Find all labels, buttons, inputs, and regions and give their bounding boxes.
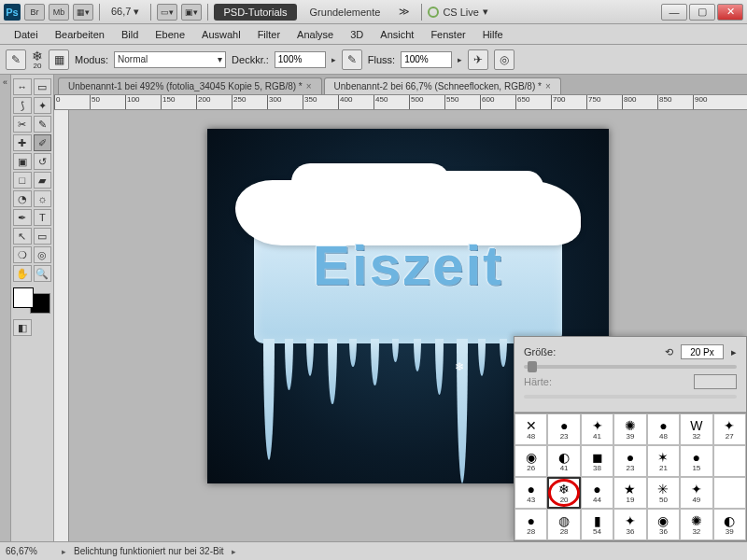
tablet-pressure-icon[interactable]: ◎ <box>494 49 514 70</box>
brush-preset-cell[interactable]: ✺32 <box>680 509 712 540</box>
brush-preset-cell[interactable]: ●23 <box>547 413 580 445</box>
workspace-tab[interactable]: Grundelemente <box>301 4 390 21</box>
eyedropper-tool[interactable]: ✎ <box>34 116 52 133</box>
brush-preset-cell[interactable]: ●43 <box>514 477 547 509</box>
close-icon[interactable]: × <box>545 81 551 91</box>
move-tool[interactable]: ↔ <box>13 78 32 95</box>
dodge-tool[interactable]: ☼ <box>34 190 52 207</box>
brush-preset-cell[interactable]: ●23 <box>613 445 646 477</box>
opacity-pressure-icon[interactable]: ✎ <box>342 49 362 70</box>
wand-tool[interactable]: ✦ <box>34 97 52 114</box>
workspace-tab-active[interactable]: PSD-Tutorials <box>214 4 296 21</box>
doc-tab-1[interactable]: Unbenannt-1 bei 492% (fotolia_34045 Kopi… <box>58 77 322 94</box>
zoom-display[interactable]: 66,7 ▾ <box>106 6 145 18</box>
color-swatch[interactable] <box>13 287 50 314</box>
brush-preset-cell[interactable]: ✕48 <box>514 413 547 445</box>
minibridge-button[interactable]: Mb <box>49 4 69 21</box>
flyout-icon[interactable]: ▸ <box>731 346 737 358</box>
brush-preset-cell[interactable]: ◼38 <box>581 445 613 477</box>
menu-ansicht[interactable]: Ansicht <box>374 26 420 43</box>
brush-preset-cell[interactable]: ◍28 <box>547 509 580 540</box>
reset-icon[interactable]: ⟲ <box>665 346 673 358</box>
panel-collapse-strip[interactable]: « <box>0 75 11 541</box>
view-extras-button[interactable]: ▭▾ <box>157 4 177 21</box>
size-slider[interactable] <box>524 365 737 369</box>
brush-preset-cell[interactable]: ✦36 <box>613 509 646 540</box>
menu-filter[interactable]: Filter <box>251 26 287 43</box>
marquee-tool[interactable]: ▭ <box>34 78 52 95</box>
pen-tool[interactable]: ✒ <box>13 209 32 226</box>
brush-preset-cell[interactable]: ◉36 <box>647 509 680 540</box>
opacity-input[interactable] <box>275 51 326 68</box>
menu-bearbeiten[interactable]: Bearbeiten <box>49 26 111 43</box>
eraser-tool[interactable]: □ <box>13 172 32 189</box>
brush-preset-cell[interactable]: ◐41 <box>547 445 580 477</box>
hardness-input[interactable] <box>694 374 737 389</box>
heal-tool[interactable]: ✚ <box>13 134 32 151</box>
cs-live[interactable]: CS Live▾ <box>428 6 488 18</box>
menu-fenster[interactable]: Fenster <box>424 26 472 43</box>
status-zoom[interactable]: 66,67% <box>6 546 54 556</box>
menu-analyse[interactable]: Analyse <box>290 26 340 43</box>
3d-camera-tool[interactable]: ◎ <box>34 246 52 263</box>
size-input[interactable] <box>681 344 724 359</box>
menu-auswahl[interactable]: Auswahl <box>195 26 247 43</box>
quickmask-tool[interactable]: ◧ <box>13 319 32 336</box>
screen-mode-button[interactable]: ▣▾ <box>181 4 202 21</box>
hardness-slider[interactable] <box>524 395 737 399</box>
brush-preset-cell[interactable]: ★19 <box>613 477 646 509</box>
blur-tool[interactable]: ◔ <box>13 190 32 207</box>
gradient-tool[interactable]: ▰ <box>34 172 52 189</box>
maximize-button[interactable]: ▢ <box>689 4 715 21</box>
type-tool[interactable]: T <box>34 209 52 226</box>
brush-panel-toggle[interactable]: ▦ <box>49 49 69 70</box>
brush-preset-cell[interactable]: ✶21 <box>647 445 680 477</box>
close-icon[interactable]: × <box>306 81 312 91</box>
brush-preset-cell[interactable]: ◉26 <box>514 445 547 477</box>
bridge-button[interactable]: Br <box>24 4 45 21</box>
stamp-tool[interactable]: ▣ <box>13 153 32 170</box>
canvas-viewport[interactable]: Eiszeit ❄ Größe: ⟲ ▸ <box>69 110 747 541</box>
brush-preset-cell[interactable]: ●44 <box>581 477 613 509</box>
brush-preset-cell[interactable]: ●15 <box>680 445 712 477</box>
3d-tool[interactable]: ❍ <box>13 246 32 263</box>
tool-preset-icon[interactable]: ✎ <box>6 49 26 70</box>
status-arrow-icon[interactable]: ▸ <box>232 547 236 556</box>
brush-preset-cell[interactable]: ●28 <box>514 509 547 540</box>
crop-tool[interactable]: ✂ <box>13 116 32 133</box>
brush-preset-cell[interactable]: W32 <box>680 413 712 445</box>
shape-tool[interactable]: ▭ <box>34 228 52 245</box>
brush-tool[interactable]: ✐ <box>34 134 52 151</box>
brush-preset-cell[interactable]: ◐39 <box>713 509 746 540</box>
modus-dropdown[interactable]: Normal▾ <box>114 51 226 68</box>
history-brush-tool[interactable]: ↺ <box>34 153 52 170</box>
brush-preset-cell[interactable]: ●48 <box>647 413 680 445</box>
close-button[interactable]: ✕ <box>717 4 743 21</box>
menu-datei[interactable]: Datei <box>7 26 45 43</box>
brush-preview-icon[interactable]: ❄ <box>32 49 43 63</box>
workspace-more[interactable]: ≫ <box>393 6 416 18</box>
brush-preset-cell[interactable]: ✦41 <box>581 413 613 445</box>
brush-preset-cell[interactable]: ✺39 <box>613 413 646 445</box>
brush-preset-cell[interactable]: ❄20 <box>547 477 580 509</box>
airbrush-icon[interactable]: ✈ <box>468 49 488 70</box>
brush-preset-cell[interactable]: ✦27 <box>713 413 746 445</box>
menu-ebene[interactable]: Ebene <box>148 26 191 43</box>
status-arrow-icon[interactable]: ▸ <box>62 547 66 556</box>
layout-button[interactable]: ▦▾ <box>73 4 93 21</box>
minimize-button[interactable]: — <box>661 4 687 21</box>
brush-preset-cell[interactable] <box>713 445 746 477</box>
menu-3d[interactable]: 3D <box>344 26 370 43</box>
doc-tab-2[interactable]: Unbenannt-2 bei 66,7% (Schneeflocken, RG… <box>324 77 561 94</box>
brush-preset-cell[interactable]: ✦49 <box>680 477 712 509</box>
zoom-tool[interactable]: 🔍 <box>34 265 52 282</box>
menu-bild[interactable]: Bild <box>115 26 145 43</box>
menu-hilfe[interactable]: Hilfe <box>476 26 510 43</box>
lasso-tool[interactable]: ⟆ <box>13 97 32 114</box>
brush-preset-cell[interactable] <box>713 477 746 509</box>
hand-tool[interactable]: ✋ <box>13 265 32 282</box>
brush-preset-cell[interactable]: ▮54 <box>581 509 613 540</box>
flow-input[interactable] <box>401 51 452 68</box>
path-select-tool[interactable]: ↖ <box>13 228 32 245</box>
brush-preset-cell[interactable]: ✳50 <box>647 477 680 509</box>
